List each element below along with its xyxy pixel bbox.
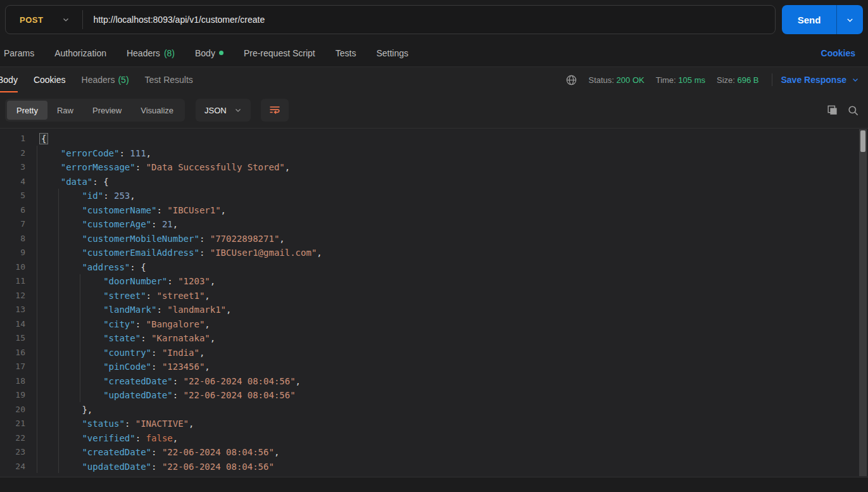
- response-tab-test-results[interactable]: Test Results: [145, 67, 193, 92]
- json-token: :: [135, 162, 146, 172]
- search-icon[interactable]: [847, 104, 859, 117]
- json-token: ,: [204, 291, 210, 301]
- json-token: "1203": [178, 276, 210, 286]
- json-token: [39, 162, 61, 172]
- tab-label: Pre-request Script: [244, 48, 315, 58]
- tab-count: (8): [164, 48, 175, 58]
- json-token: ,: [130, 191, 135, 201]
- request-tab-pre-request-script[interactable]: Pre-request Script: [244, 48, 315, 58]
- json-token: [39, 447, 82, 457]
- json-key: "street": [103, 291, 146, 301]
- copy-icon[interactable]: [826, 104, 838, 117]
- line-number: 7: [0, 217, 25, 232]
- save-response-button[interactable]: Save Response: [781, 75, 860, 85]
- json-token: [39, 333, 103, 343]
- json-token: "22-06-2024 08:04:56": [162, 447, 274, 457]
- code-line: 2 "errorCode": 111,: [0, 146, 868, 161]
- line-number: 6: [0, 203, 25, 218]
- line-number: 9: [0, 246, 25, 260]
- json-token: "landmark1": [167, 305, 226, 315]
- json-token: :: [151, 348, 162, 358]
- request-tab-body[interactable]: Body: [195, 48, 223, 58]
- json-key: "customerEmailAddress": [82, 248, 199, 258]
- chevron-down-icon: [62, 16, 70, 23]
- response-tab-headers[interactable]: Headers(5): [82, 67, 129, 92]
- request-tab-tests[interactable]: Tests: [336, 48, 356, 58]
- code-line: 10 "address": {: [0, 260, 868, 275]
- format-selector[interactable]: JSON: [196, 99, 251, 122]
- send-button[interactable]: Send: [782, 5, 836, 34]
- json-token: [39, 433, 82, 443]
- json-token: "Karnataka": [151, 333, 210, 343]
- tab-label: Cookies: [34, 75, 66, 85]
- size-value: 696 B: [738, 75, 759, 85]
- json-token: "22-06-2024 08:04:56": [184, 390, 296, 400]
- request-tab-authorization[interactable]: Authorization: [54, 48, 106, 58]
- request-tab-headers[interactable]: Headers(8): [127, 48, 175, 58]
- url-input[interactable]: http://localhost:8093/api/v1/customer/cr…: [93, 15, 265, 25]
- scrollbar-thumb[interactable]: [860, 130, 865, 152]
- tab-count: (5): [118, 75, 129, 85]
- line-number: 12: [0, 289, 25, 303]
- body-modified-dot-icon: [219, 51, 223, 55]
- line-number: 10: [0, 260, 25, 275]
- request-tab-settings[interactable]: Settings: [376, 48, 408, 58]
- json-token: [39, 291, 103, 301]
- cookies-link[interactable]: Cookies: [821, 48, 855, 58]
- json-key: "createdDate": [82, 447, 151, 457]
- response-tab-body[interactable]: Body: [0, 67, 18, 92]
- response-tab-cookies[interactable]: Cookies: [34, 67, 66, 92]
- json-token: ,: [204, 319, 210, 329]
- line-content: "pinCode": "123456",: [39, 360, 210, 374]
- response-meta: Status: 200 OK Time: 105 ms Size: 696 B …: [565, 73, 860, 86]
- line-number: 14: [0, 317, 25, 332]
- json-token: false: [146, 433, 173, 443]
- json-token: 21: [162, 219, 173, 229]
- view-mode-pretty[interactable]: Pretty: [7, 101, 47, 120]
- chevron-down-icon: [234, 106, 242, 114]
- line-number: 4: [0, 175, 25, 189]
- scrollbar-track[interactable]: [859, 129, 867, 476]
- json-token: ,: [317, 248, 322, 258]
- request-tab-params[interactable]: Params: [4, 48, 34, 58]
- response-section: BodyCookiesHeaders(5)Test Results Status…: [0, 67, 868, 129]
- line-content: "landMark": "landmark1",: [39, 303, 231, 317]
- json-token: [39, 419, 82, 429]
- line-content: "createdDate": "22-06-2024 08:04:56",: [39, 445, 279, 460]
- response-body-viewer: 1{2 "errorCode": 111,3 "errorMessage": "…: [0, 129, 868, 477]
- json-token: ,: [173, 433, 178, 443]
- time-label: Time:: [656, 75, 676, 85]
- json-token: :: [125, 419, 135, 429]
- code-line: 1{: [0, 132, 868, 146]
- request-tabs: ParamsAuthorizationHeaders(8)BodyPre-req…: [4, 48, 429, 58]
- json-token: ,: [199, 348, 204, 358]
- line-number: 23: [0, 445, 25, 460]
- line-content: },: [39, 403, 92, 417]
- code-line: 3 "errorMessage": "Data Successfully Sto…: [0, 160, 868, 175]
- json-token: "Data Successfully Stored": [146, 162, 285, 172]
- tab-label: Body: [0, 75, 18, 85]
- line-number: 1: [0, 132, 25, 146]
- json-token: :: [151, 447, 162, 457]
- wrap-text-button[interactable]: [261, 99, 289, 122]
- send-options-button[interactable]: [836, 5, 863, 34]
- json-key: "customerMobileNumber": [82, 234, 199, 244]
- line-content: "address": {: [39, 260, 146, 275]
- line-content: "updatedDate": "22-06-2024 08:04:56": [39, 460, 274, 474]
- view-mode-raw[interactable]: Raw: [47, 101, 83, 120]
- status-value: 200 OK: [617, 75, 645, 85]
- method-selector[interactable]: POST: [6, 15, 82, 25]
- json-key: "errorMessage": [61, 162, 135, 172]
- json-token: "22-06-2024 08:04:56": [162, 462, 274, 472]
- json-key: "status": [82, 419, 124, 429]
- globe-icon[interactable]: [565, 74, 577, 86]
- view-mode-preview[interactable]: Preview: [83, 101, 131, 120]
- view-mode-visualize[interactable]: Visualize: [131, 101, 183, 120]
- json-token: 111: [130, 148, 146, 158]
- json-token: "street1": [156, 291, 204, 301]
- line-content: "customerEmailAddress": "IBCUser1@gmail.…: [39, 246, 322, 260]
- tab-label: Authorization: [54, 48, 106, 58]
- json-token: "INACTIVE": [135, 419, 189, 429]
- size-pair: Size: 696 B: [717, 75, 759, 85]
- wrap-text-icon: [268, 104, 281, 117]
